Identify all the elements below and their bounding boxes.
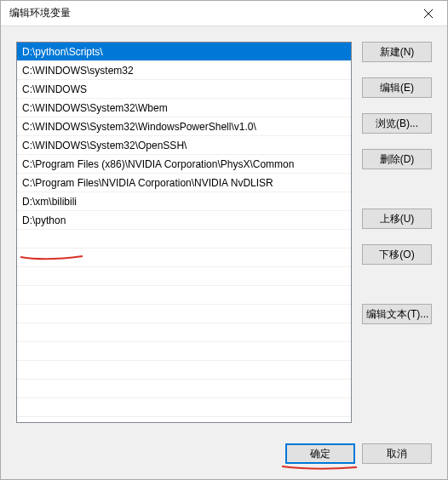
close-icon — [424, 9, 433, 18]
list-item[interactable]: C:\WINDOWS\system32 — [17, 61, 351, 80]
list-item-empty[interactable] — [17, 249, 351, 267]
moveup-button[interactable]: 上移(U) — [362, 209, 432, 229]
cancel-button[interactable]: 取消 — [362, 443, 432, 464]
list-item-empty[interactable] — [17, 267, 351, 286]
window-title: 编辑环境变量 — [9, 6, 71, 20]
ok-button[interactable]: 确定 — [285, 443, 355, 464]
list-item-empty[interactable] — [17, 361, 351, 380]
browse-button[interactable]: 浏览(B)... — [362, 113, 432, 134]
path-listbox[interactable]: D:\python\Scripts\ C:\WINDOWS\system32 C… — [16, 42, 352, 423]
list-item[interactable]: C:\WINDOWS — [17, 80, 351, 99]
list-item[interactable]: C:\Program Files (x86)\NVIDIA Corporatio… — [17, 155, 351, 174]
list-item[interactable]: C:\WINDOWS\System32\Wbem — [17, 99, 351, 117]
new-button[interactable]: 新建(N) — [362, 42, 432, 62]
list-item[interactable]: D:\python — [17, 211, 351, 230]
list-item[interactable]: D:\python\Scripts\ — [17, 43, 351, 61]
list-item-empty[interactable] — [17, 380, 351, 398]
list-item-empty[interactable] — [17, 398, 351, 417]
list-item-empty[interactable] — [17, 286, 351, 305]
close-button[interactable] — [409, 1, 447, 26]
content-area: D:\python\Scripts\ C:\WINDOWS\system32 C… — [1, 26, 447, 443]
list-item[interactable]: C:\Program Files\NVIDIA Corporation\NVID… — [17, 174, 351, 192]
titlebar: 编辑环境变量 — [1, 1, 447, 26]
edit-button[interactable]: 编辑(E) — [362, 77, 432, 98]
list-item[interactable]: D:\xm\bilibili — [17, 192, 351, 211]
list-item[interactable]: C:\WINDOWS\System32\OpenSSH\ — [17, 136, 351, 155]
list-item-empty[interactable] — [17, 230, 351, 249]
footer-buttons: 确定 取消 — [1, 443, 447, 479]
edittext-button[interactable]: 编辑文本(T)... — [362, 304, 432, 324]
list-item[interactable]: C:\WINDOWS\System32\WindowsPowerShell\v1… — [17, 117, 351, 136]
list-item-empty[interactable] — [17, 323, 351, 342]
list-item-empty[interactable] — [17, 305, 351, 323]
side-button-panel: 新建(N) 编辑(E) 浏览(B)... 删除(D) 上移(U) 下移(O) 编… — [362, 42, 432, 435]
delete-button[interactable]: 删除(D) — [362, 149, 432, 169]
list-item-empty[interactable] — [17, 342, 351, 361]
movedown-button[interactable]: 下移(O) — [362, 244, 432, 265]
dialog-window: 编辑环境变量 D:\python\Scripts\ C:\WINDOWS\sys… — [0, 0, 448, 480]
